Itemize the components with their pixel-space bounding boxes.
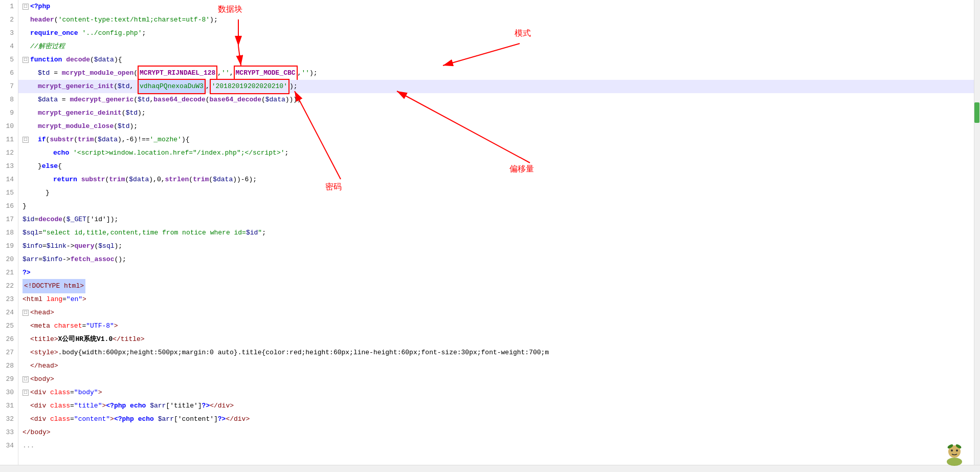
- code-line-4: //解密过程: [18, 40, 974, 53]
- svg-point-7: [947, 458, 962, 466]
- scrollbar-thumb[interactable]: [974, 102, 979, 123]
- key-box: vdhaqPQnexoaDuW3: [138, 79, 206, 94]
- php-open-tag: <?php: [30, 0, 50, 13]
- code-line-14: return substr ( trim ( $data ),0, strlen…: [18, 173, 974, 186]
- code-line-8: $data = mdecrypt_generic ( $td , base64_…: [18, 93, 974, 106]
- code-line-23: <html lang = "en" >: [18, 293, 974, 306]
- code-line-6: $td = mcrypt_module_open ( MCRYPT_RIJNDA…: [18, 67, 974, 80]
- fold-11[interactable]: □: [23, 137, 29, 143]
- code-line-17: $id = decode ( $_GET ['id']);: [18, 213, 974, 226]
- scrollbar-right[interactable]: [974, 0, 980, 465]
- code-line-10: mcrypt_module_close ( $td );: [18, 120, 974, 133]
- code-line-11: □ if ( substr ( trim ( $data ),-6)!== '_…: [18, 133, 974, 146]
- code-line-13: } else {: [18, 160, 974, 173]
- svg-point-8: [951, 449, 953, 452]
- code-line-33: </body>: [18, 426, 974, 439]
- bottom-right-icon: [939, 441, 970, 467]
- fold-24[interactable]: □: [23, 310, 29, 316]
- editor-container: 12345 678910 1112131415 1617181920 21222…: [0, 0, 980, 472]
- code-line-7: mcrypt_generic_init ( $td , vdhaqPQnexoa…: [18, 80, 974, 93]
- code-line-31: <div class = "title" > <?php echo $arr […: [18, 399, 974, 413]
- doctype-highlight: <!DOCTYPE html>: [23, 279, 85, 293]
- code-line-29: □ <body>: [18, 373, 974, 386]
- code-line-27: <style> .body{width:600px;height:500px;m…: [18, 346, 974, 359]
- code-line-15: }: [18, 186, 974, 200]
- code-line-28: </head>: [18, 359, 974, 373]
- code-line-20: $arr = $info -> fetch_assoc ();: [18, 253, 974, 266]
- code-content: □ <?php header ( 'content-type:text/html…: [18, 0, 974, 465]
- code-line-2: header ( 'content-type:text/html;charset…: [18, 13, 974, 27]
- code-line-25: <meta charset = "UTF-8" >: [18, 319, 974, 333]
- code-line-1: □ <?php: [18, 0, 974, 13]
- iv-box: '20182019202020210': [210, 79, 289, 94]
- bottom-scrollbar[interactable]: [0, 465, 980, 472]
- line-numbers: 12345 678910 1112131415 1617181920 21222…: [0, 0, 18, 465]
- fold-30[interactable]: □: [23, 390, 29, 396]
- code-line-22: <!DOCTYPE html>: [18, 280, 974, 293]
- code-line-16: }: [18, 200, 974, 213]
- header-func: header: [30, 13, 54, 27]
- code-area: 12345 678910 1112131415 1617181920 21222…: [0, 0, 980, 465]
- fold-1[interactable]: □: [23, 4, 29, 10]
- fold-29[interactable]: □: [23, 376, 29, 382]
- svg-point-9: [956, 449, 958, 452]
- fold-5[interactable]: □: [23, 57, 29, 63]
- code-line-3: require_once '../config.php' ;: [18, 27, 974, 40]
- code-line-18: $sql = "select id,title,content,time fro…: [18, 226, 974, 240]
- code-line-12: echo '<script>window.location.href="/ind…: [18, 146, 974, 160]
- code-line-19: $info = $link -> query ( $sql );: [18, 240, 974, 253]
- code-lines: □ <?php header ( 'content-type:text/html…: [18, 0, 974, 453]
- code-line-34: ...: [18, 439, 974, 453]
- code-line-30: □ <div class = "body" >: [18, 386, 974, 399]
- code-line-26: <title> X公司HR系统V1.0 </title>: [18, 333, 974, 346]
- code-line-24: □ <head>: [18, 306, 974, 319]
- code-line-32: <div class = "content" > <?php echo $arr…: [18, 413, 974, 426]
- code-line-21: ?>: [18, 266, 974, 280]
- code-line-9: mcrypt_generic_deinit ( $td );: [18, 106, 974, 120]
- code-line-5: □ function decode ( $data ){: [18, 53, 974, 67]
